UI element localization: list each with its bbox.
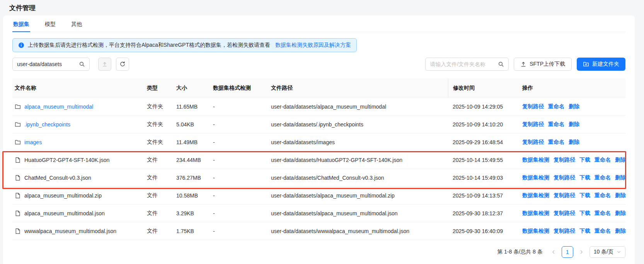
search-icon[interactable] <box>79 61 85 67</box>
cell-modified-time: 2025-09-30 16:40:09 <box>448 228 516 234</box>
pagination: 第 1-8 条/总共 8 条 1 10 条/页 <box>12 246 625 258</box>
chevron-down-icon <box>617 250 621 254</box>
cell-type: 文件 <box>147 228 176 235</box>
cell-size: 1.75KB <box>176 228 213 234</box>
action-link[interactable]: 重命名 <box>595 174 611 181</box>
cell-name: wwwalpaca_museum_multimodal.json <box>12 228 147 234</box>
folder-name-link[interactable]: .ipynb_checkpoints <box>24 121 70 128</box>
action-link[interactable]: 数据集检测 <box>522 157 549 164</box>
cell-format-check: - <box>213 192 271 199</box>
page-size-select[interactable]: 10 条/页 <box>589 246 625 258</box>
action-link[interactable]: 删除 <box>615 210 626 217</box>
action-link[interactable]: 下载 <box>579 228 590 235</box>
table-body: alpaca_museum_multimodal 文件夹 11.65MB - u… <box>12 98 625 240</box>
cell-name: alpaca_museum_multimodal.zip <box>12 192 147 199</box>
toolbar-right: SFTP上传下载 新建文件夹 <box>425 58 625 71</box>
column-header-path: 文件路径 <box>271 85 448 92</box>
action-link[interactable]: 重命名 <box>595 192 611 199</box>
cell-format-check: - <box>213 121 271 128</box>
cell-type: 文件 <box>147 157 176 164</box>
search-icon[interactable] <box>498 61 504 67</box>
action-link[interactable]: 数据集检测 <box>522 174 549 181</box>
action-link[interactable]: 删除 <box>615 157 626 164</box>
action-link[interactable]: 复制路径 <box>554 210 575 217</box>
table-row: images 文件夹 11.49MB - user-data/datasets/… <box>12 133 625 151</box>
table-row: ChatMed_Consult-v0.3.json 文件 376.27MB - … <box>12 169 625 187</box>
cell-path: user-data/datasets/images <box>271 139 448 145</box>
action-link[interactable]: 重命名 <box>595 210 611 217</box>
cell-format-check: - <box>213 104 271 110</box>
tab-bar: 数据集 模型 其他 <box>12 15 625 32</box>
action-link[interactable]: 数据集检测 <box>522 192 549 199</box>
file-search-input[interactable] <box>430 61 495 67</box>
cell-actions: 数据集检测复制路径下载重命名删除 <box>516 157 626 164</box>
tab-others[interactable]: 其他 <box>70 19 83 32</box>
banner-help-link[interactable]: 数据集检测失败原因及解决方案 <box>275 42 351 49</box>
action-link[interactable]: 下载 <box>579 174 590 181</box>
action-link[interactable]: 删除 <box>615 174 626 181</box>
folder-name-link[interactable]: alpaca_museum_multimodal <box>24 104 93 110</box>
action-link[interactable]: 重命名 <box>548 103 564 110</box>
action-link[interactable]: 下载 <box>579 192 590 199</box>
action-link[interactable]: 复制路径 <box>522 103 544 110</box>
tab-models[interactable]: 模型 <box>44 19 56 32</box>
cell-modified-time: 2025-09-30 18:12:37 <box>448 210 516 216</box>
cell-actions: 数据集检测复制路径下载重命名删除 <box>516 192 626 199</box>
action-link[interactable]: 复制路径 <box>554 174 575 181</box>
file-name-text: alpaca_museum_multimodal.zip <box>24 192 102 199</box>
action-link[interactable]: 复制路径 <box>522 121 544 128</box>
column-header-name: 文件名称 <box>12 85 147 92</box>
sftp-upload-download-button[interactable]: SFTP上传下载 <box>514 58 572 71</box>
banner-text: 上传数据集后请先进行格式检测，平台支持符合Alpaca和ShareGPT格式的数… <box>28 42 270 49</box>
action-link[interactable]: 删除 <box>569 103 579 110</box>
action-link[interactable]: 复制路径 <box>554 157 575 164</box>
cell-name: alpaca_museum_multimodal <box>12 104 147 110</box>
action-link[interactable]: 重命名 <box>548 139 564 146</box>
action-link[interactable]: 删除 <box>569 121 579 128</box>
new-folder-button[interactable]: 新建文件夹 <box>577 58 625 71</box>
toolbar: SFTP上传下载 新建文件夹 <box>12 58 625 71</box>
sftp-button-label: SFTP上传下载 <box>530 61 565 68</box>
up-directory-button[interactable] <box>98 58 111 71</box>
cell-actions: 复制路径重命名删除 <box>516 103 625 110</box>
action-link[interactable]: 复制路径 <box>554 192 575 199</box>
cell-path: user-data/datasets/HuatuoGPT2-GPT4-SFT-1… <box>271 157 448 163</box>
file-name-text: ChatMed_Consult-v0.3.json <box>24 175 91 181</box>
file-search-wrap <box>425 58 509 71</box>
action-link[interactable]: 重命名 <box>595 157 611 164</box>
refresh-button[interactable] <box>116 58 129 71</box>
chevron-right-icon[interactable] <box>577 247 586 257</box>
action-link[interactable]: 复制路径 <box>554 228 575 235</box>
action-link[interactable]: 删除 <box>615 228 626 235</box>
file-icon <box>15 228 21 234</box>
action-link[interactable]: 删除 <box>615 192 626 199</box>
action-link[interactable]: 下载 <box>579 157 590 164</box>
page-size-label: 10 条/页 <box>594 249 613 255</box>
cell-type: 文件夹 <box>147 139 176 146</box>
action-link[interactable]: 数据集检测 <box>522 210 549 217</box>
action-link[interactable]: 下载 <box>579 210 590 217</box>
action-link[interactable]: 重命名 <box>595 228 611 235</box>
cell-size: 5.04KB <box>176 121 213 128</box>
cell-name: alpaca_museum_multimodal.json <box>12 210 147 216</box>
column-header-size: 大小 <box>176 85 213 92</box>
cell-path: user-data/datasets/ChatMed_Consult-v0.3.… <box>271 175 448 181</box>
folder-icon <box>15 139 21 145</box>
page-number-1[interactable]: 1 <box>562 246 573 258</box>
path-input[interactable] <box>17 61 76 67</box>
tab-datasets[interactable]: 数据集 <box>12 19 30 32</box>
table-row: wwwalpaca_museum_multimodal.json 文件 1.75… <box>12 222 625 240</box>
chevron-left-icon[interactable] <box>549 247 558 257</box>
action-link[interactable]: 数据集检测 <box>522 228 549 235</box>
action-link[interactable]: 重命名 <box>548 121 564 128</box>
folder-name-link[interactable]: images <box>24 139 42 145</box>
file-name-text: HuatuoGPT2-GPT4-SFT-140K.json <box>24 157 109 163</box>
cell-modified-time: 2025-10-09 14:29:05 <box>448 104 516 110</box>
cell-type: 文件 <box>147 192 176 199</box>
folder-icon <box>15 104 21 110</box>
cell-actions: 数据集检测复制路径下载重命名删除 <box>516 174 626 181</box>
column-header-actions: 操作 <box>516 85 625 92</box>
action-link[interactable]: 复制路径 <box>522 139 544 146</box>
action-link[interactable]: 删除 <box>569 139 579 146</box>
pagination-total: 第 1-8 条/总共 8 条 <box>497 249 542 255</box>
